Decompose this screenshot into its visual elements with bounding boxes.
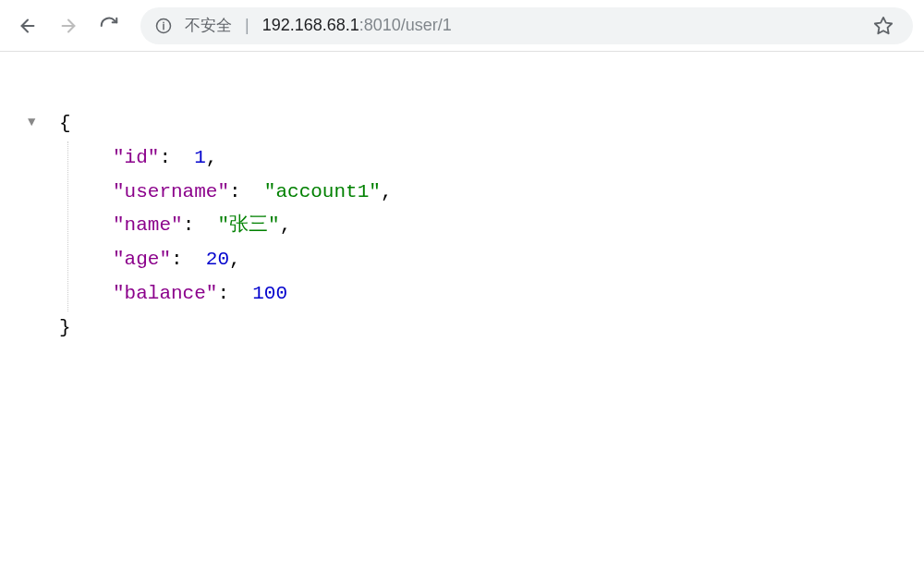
url-host: 192.168.68.1 bbox=[262, 16, 359, 34]
json-colon: : bbox=[229, 181, 264, 202]
json-key: "id" bbox=[113, 147, 159, 168]
json-comma: , bbox=[229, 249, 241, 270]
json-colon: : bbox=[183, 214, 218, 236]
json-property: "id": 1, bbox=[68, 141, 392, 176]
arrow-left-icon bbox=[18, 16, 38, 36]
forward-button[interactable] bbox=[52, 9, 85, 43]
site-info-button[interactable] bbox=[155, 18, 172, 34]
json-value: 100 bbox=[252, 283, 287, 304]
json-value: "account1" bbox=[264, 181, 381, 202]
collapse-toggle[interactable]: ▼ bbox=[28, 111, 44, 134]
back-button[interactable] bbox=[11, 9, 44, 43]
json-value: 20 bbox=[206, 249, 229, 270]
address-bar[interactable]: 不安全 | 192.168.68.1:8010/user/1 bbox=[140, 7, 913, 44]
reload-button[interactable] bbox=[92, 9, 126, 43]
json-close-brace: } bbox=[59, 312, 392, 346]
json-property: "username": "account1", bbox=[68, 176, 392, 210]
svg-marker-5 bbox=[875, 17, 892, 32]
url-text: 192.168.68.1:8010/user/1 bbox=[262, 16, 452, 35]
arrow-right-icon bbox=[58, 16, 79, 36]
json-key: "age" bbox=[113, 249, 171, 270]
json-property: "balance": 100 bbox=[68, 277, 392, 312]
json-colon: : bbox=[159, 147, 194, 168]
json-comma: , bbox=[381, 181, 393, 202]
browser-toolbar: 不安全 | 192.168.68.1:8010/user/1 bbox=[0, 0, 924, 52]
reload-icon bbox=[99, 16, 119, 36]
json-colon: : bbox=[171, 249, 206, 270]
url-port-path: :8010/user/1 bbox=[359, 16, 452, 34]
bookmark-button[interactable] bbox=[869, 11, 898, 41]
json-colon: : bbox=[217, 283, 252, 304]
json-value: 1 bbox=[194, 147, 206, 168]
json-value: "张三" bbox=[217, 214, 279, 236]
json-comma: , bbox=[206, 147, 218, 168]
json-open-brace: { bbox=[59, 107, 392, 141]
json-property: "age": 20, bbox=[68, 243, 392, 277]
json-key: "username" bbox=[113, 181, 229, 202]
star-icon bbox=[873, 16, 894, 36]
json-entries: "id": 1,"username": "account1","name": "… bbox=[68, 141, 392, 312]
json-key: "balance" bbox=[113, 283, 217, 304]
json-comma: , bbox=[280, 214, 292, 236]
json-viewer: ▼ { "id": 1,"username": "account1","name… bbox=[0, 52, 924, 345]
json-property: "name": "张三", bbox=[68, 209, 392, 243]
info-icon bbox=[155, 18, 172, 34]
insecure-label: 不安全 bbox=[185, 15, 232, 36]
json-key: "name" bbox=[113, 214, 183, 236]
address-divider: | bbox=[245, 16, 249, 35]
